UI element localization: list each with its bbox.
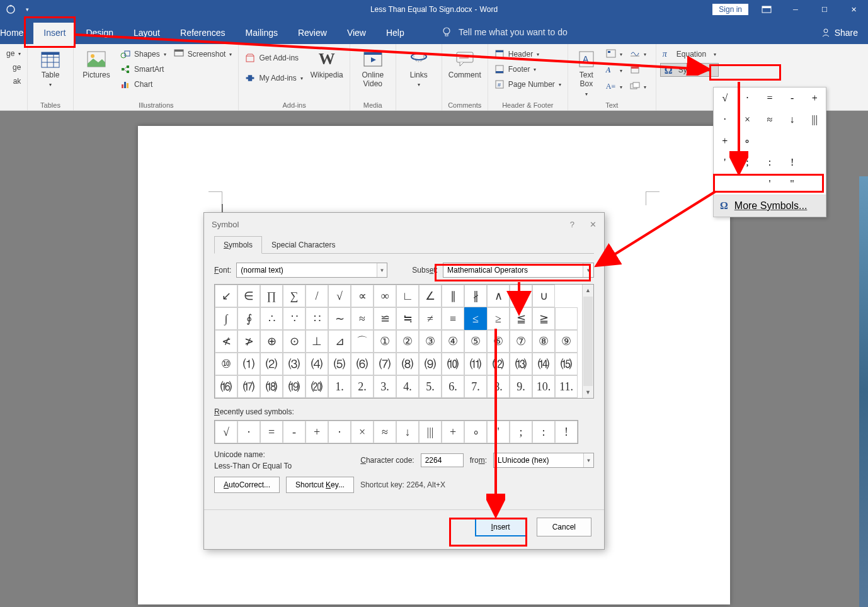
symbol-cell[interactable]: ③ — [419, 330, 442, 353]
symbol-cell[interactable]: ∮ — [237, 307, 260, 330]
symbol-panel-item[interactable]: ' — [714, 152, 736, 173]
recent-symbol-cell[interactable]: √ — [215, 421, 237, 443]
symbol-cell[interactable]: ≮ — [215, 330, 237, 353]
online-video-button[interactable]: Online Video — [354, 47, 392, 91]
symbol-cell[interactable]: ∠ — [419, 285, 442, 307]
symbol-panel-item[interactable] — [714, 173, 736, 195]
symbol-panel-item[interactable]: ||| — [803, 109, 826, 130]
symbol-cell[interactable]: ≠ — [419, 307, 442, 330]
symbol-cell[interactable]: √ — [328, 285, 351, 307]
symbol-panel-item[interactable]: = — [758, 88, 781, 109]
symbol-cell[interactable]: 8. — [487, 375, 510, 398]
symbol-cell[interactable]: 6. — [442, 375, 464, 398]
symbol-cell[interactable]: ↙ — [215, 285, 237, 307]
symbol-cell[interactable]: ⑨ — [555, 330, 578, 353]
symbol-panel-item[interactable] — [803, 152, 826, 173]
smartart-button[interactable]: SmartArt — [118, 63, 169, 76]
symbol-cell[interactable]: ∏ — [260, 285, 283, 307]
symbol-cell[interactable]: ≌ — [374, 307, 396, 330]
symbol-cell[interactable]: ⊥ — [306, 330, 328, 353]
recent-symbol-cell[interactable]: ↓ — [396, 421, 419, 443]
symbol-cell[interactable]: ≧ — [532, 307, 555, 330]
symbol-cell[interactable]: ∦ — [464, 285, 487, 307]
symbol-cell[interactable]: ≥ — [487, 307, 510, 330]
links-button[interactable]: Links▾ — [400, 47, 438, 91]
recent-symbol-cell[interactable]: ; — [510, 421, 532, 443]
symbol-cell[interactable]: ⒇ — [306, 375, 328, 398]
scroll-thumb[interactable] — [583, 297, 593, 386]
symbol-cell[interactable]: ∟ — [396, 285, 419, 307]
symbol-panel-item[interactable]: · — [736, 88, 759, 109]
symbol-panel-item[interactable]: ; — [736, 152, 759, 173]
symbol-cell[interactable]: ⑥ — [487, 330, 510, 353]
blank-page-button[interactable]: ge — [10, 62, 23, 73]
symbol-cell[interactable]: 7. — [464, 375, 487, 398]
symbol-cell[interactable]: ∩ — [510, 285, 532, 307]
symbol-cell[interactable]: 5. — [419, 375, 442, 398]
scroll-up-icon[interactable]: ▲ — [583, 285, 593, 296]
symbol-cell[interactable]: ⊕ — [260, 330, 283, 353]
symbol-cell[interactable]: ≡ — [442, 307, 464, 330]
recent-symbol-cell[interactable]: · — [237, 421, 260, 443]
symbol-cell[interactable]: ⑻ — [396, 353, 419, 375]
recent-symbol-cell[interactable]: ! — [555, 421, 578, 443]
symbol-panel-item[interactable] — [803, 130, 826, 152]
symbol-table-scrollbar[interactable]: ▲ ▼ — [582, 285, 593, 398]
symbol-cell[interactable]: ⒃ — [215, 375, 237, 398]
symbol-cell[interactable]: ⑿ — [487, 353, 510, 375]
from-input[interactable] — [494, 456, 583, 465]
symbol-cell[interactable]: 10. — [532, 375, 555, 398]
quick-parts-button[interactable]: ▾ — [603, 48, 625, 60]
symbol-button[interactable]: ΩSymbol▾ — [660, 63, 719, 77]
symbol-cell[interactable]: 11. — [555, 375, 578, 398]
subset-combo[interactable]: ▼ — [443, 263, 594, 278]
textbox-button[interactable]: A Text Box▾ — [572, 47, 601, 100]
symbol-cell[interactable]: ∵ — [283, 307, 306, 330]
tab-insert[interactable]: Insert — [33, 23, 76, 44]
symbol-panel-item[interactable]: √ — [714, 88, 736, 109]
symbol-cell[interactable]: ⑤ — [464, 330, 487, 353]
chevron-down-icon[interactable]: ▼ — [377, 263, 387, 277]
symbol-cell[interactable]: ⑾ — [464, 353, 487, 375]
dialog-close-button[interactable]: ✕ — [590, 220, 597, 229]
dialog-tab-special[interactable]: Special Characters — [262, 236, 345, 254]
symbol-cell[interactable]: 3. — [374, 375, 396, 398]
recent-symbol-cell[interactable]: × — [351, 421, 374, 443]
screenshot-button[interactable]: Screenshot▾ — [171, 48, 235, 60]
maximize-button[interactable]: ☐ — [810, 0, 839, 19]
font-input[interactable] — [237, 266, 376, 275]
symbol-cell[interactable]: 4. — [396, 375, 419, 398]
dialog-titlebar[interactable]: Symbol ? ✕ — [204, 213, 604, 235]
date-time-button[interactable] — [627, 64, 649, 77]
signature-line-button[interactable]: ▾ — [627, 48, 649, 60]
symbol-panel-item[interactable]: + — [803, 88, 826, 109]
recent-symbol-cell[interactable]: ' — [487, 421, 510, 443]
symbol-cell[interactable]: ② — [396, 330, 419, 353]
recent-symbol-cell[interactable]: · — [328, 421, 351, 443]
tab-mailings[interactable]: Mailings — [236, 23, 288, 44]
qat-more-icon[interactable]: ▾ — [21, 4, 33, 15]
symbol-cell[interactable]: ⒁ — [532, 353, 555, 375]
symbol-cell[interactable]: ∝ — [351, 285, 374, 307]
symbol-cell[interactable]: ∫ — [215, 307, 237, 330]
symbol-panel-item[interactable]: + — [714, 130, 736, 152]
symbol-cell[interactable]: ⌒ — [351, 330, 374, 353]
symbol-cell[interactable]: ∼ — [328, 307, 351, 330]
ribbon-display-icon[interactable] — [752, 0, 781, 19]
font-combo[interactable]: ▼ — [236, 263, 387, 278]
tab-design[interactable]: Design — [76, 23, 123, 44]
symbol-cell[interactable]: ⑽ — [442, 353, 464, 375]
symbol-cell[interactable]: ⑷ — [306, 353, 328, 375]
shapes-button[interactable]: Shapes▾ — [118, 48, 169, 60]
symbol-cell[interactable]: ≒ — [396, 307, 419, 330]
symbol-cell[interactable]: ∥ — [442, 285, 464, 307]
symbol-cell[interactable]: ∑ — [283, 285, 306, 307]
symbol-cell[interactable]: ⒅ — [260, 375, 283, 398]
object-button[interactable]: ▾ — [627, 81, 649, 93]
symbol-cell[interactable]: ≯ — [237, 330, 260, 353]
symbol-cell[interactable]: ∪ — [532, 285, 555, 307]
recent-symbol-cell[interactable]: + — [306, 421, 328, 443]
symbol-cell[interactable]: ∈ — [237, 285, 260, 307]
wordart-button[interactable]: A▾ — [603, 64, 625, 77]
pictures-button[interactable]: Pictures — [77, 47, 115, 82]
